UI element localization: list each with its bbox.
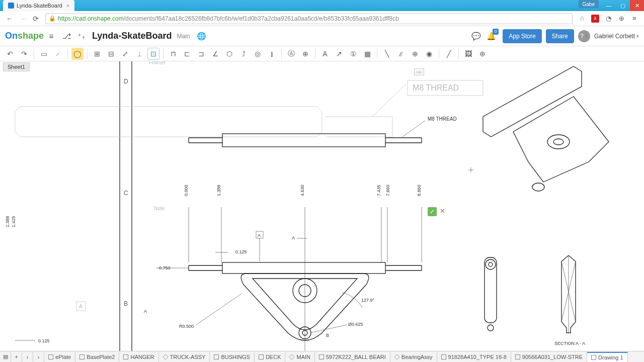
tab-91828a410-type-18-8[interactable]: 91828A410_TYPE 18-8 [437, 352, 511, 362]
window-controls: Gabe — ▢ ✕ [579, 0, 644, 11]
share-button[interactable]: Share [546, 29, 574, 43]
balloon-icon[interactable]: ① [347, 48, 359, 60]
svg-text:8.860: 8.860 [417, 185, 422, 196]
tab-list-icon[interactable]: ▤ [0, 352, 11, 362]
tab-bushings[interactable]: BUSHINGS [210, 352, 254, 362]
tab-drawing-1[interactable]: Drawing 1 [587, 352, 628, 362]
document-name[interactable]: Lynda-SkateBoard [92, 31, 172, 41]
assembly-icon [163, 354, 168, 359]
notifications-icon[interactable]: 🔔0 [486, 31, 497, 42]
tab-90566a031-low-stre[interactable]: 90566A031_LOW-STRE [511, 352, 587, 362]
tab-label: MAIN [296, 354, 310, 360]
redo-icon[interactable]: ↷ [18, 48, 30, 60]
window-close-icon[interactable]: ✕ [630, 0, 644, 11]
sheet-icon[interactable]: ▭ [38, 48, 50, 60]
tab-eplate[interactable]: ePlate [44, 352, 75, 362]
maximize-icon[interactable]: ▢ [616, 0, 630, 11]
part-icon [515, 354, 520, 359]
branch-name[interactable]: Main [177, 33, 190, 40]
appstore-button[interactable]: App Store [503, 29, 541, 43]
svg-text:1.388: 1.388 [5, 216, 10, 227]
highlight-icon[interactable]: ◯ [71, 48, 84, 60]
leader-icon[interactable]: ↗ [333, 48, 345, 60]
dim-rad-icon[interactable]: ⤴ [237, 48, 250, 60]
comments-icon[interactable]: 💬 [470, 31, 481, 42]
symbol-icon[interactable]: ⊛ [476, 48, 489, 60]
dim3-icon[interactable]: ⊐ [195, 48, 207, 60]
svg-text:C: C [124, 190, 128, 197]
table-icon[interactable]: ▦ [361, 48, 373, 60]
tab-label: Drawing 1 [598, 354, 623, 360]
pdf-ext-icon[interactable]: λ [590, 14, 600, 24]
nav-forward-icon[interactable]: → [17, 13, 28, 24]
target-icon[interactable]: ◉ [423, 48, 435, 60]
svg-text:0.125: 0.125 [235, 249, 247, 254]
tab-baseplate2[interactable]: BasePlate2 [75, 352, 119, 362]
onshape-logo[interactable]: Onshape [5, 31, 44, 41]
ext1-icon[interactable]: ◔ [603, 14, 613, 24]
svg-text:SECTION A - A: SECTION A - A [554, 341, 585, 346]
line-icon[interactable]: ╲ [381, 48, 393, 60]
view2-icon[interactable]: ⊟ [105, 48, 117, 60]
centermark-icon[interactable]: ⊕ [409, 48, 421, 60]
tab-next-icon[interactable]: › [33, 352, 44, 362]
nav-back-icon[interactable]: ← [4, 13, 15, 24]
gtol-icon[interactable]: ⊕ [299, 48, 311, 60]
tab-bearingassy[interactable]: BearingAssy [390, 352, 437, 362]
tab-label: TRUCK-ASSY [170, 354, 206, 360]
centerline-icon[interactable]: ⫽ [395, 48, 407, 60]
svg-point-65 [553, 139, 564, 145]
tab-main[interactable]: MAIN [285, 352, 315, 362]
chrome-user-chip[interactable]: Gabe [579, 0, 599, 8]
dim-angle-icon[interactable]: ∠ [209, 48, 221, 60]
doc-menu-icon[interactable]: ≡ [46, 31, 57, 42]
drawing-canvas[interactable]: Sheet1 <a> ✓ ✕ D C B FINISH M8 THREAD M8… [0, 61, 644, 351]
tab-hanger[interactable]: HANGER [119, 352, 158, 362]
tab-label: BUSHINGS [221, 354, 250, 360]
tab-add-icon[interactable]: ＋ [11, 352, 22, 362]
assembly-icon [289, 354, 295, 359]
dim-chain-icon[interactable]: ⫿ [266, 48, 278, 60]
undo-icon[interactable]: ↶ [4, 48, 16, 60]
tab-prev-icon[interactable]: ‹ [22, 352, 33, 362]
image-icon[interactable]: 🖼 [462, 48, 474, 60]
dim-ord-icon[interactable]: ◎ [252, 48, 264, 60]
tab-truck-assy[interactable]: TRUCK-ASSY [159, 352, 210, 362]
view4-icon[interactable]: ⟂ [133, 48, 145, 60]
user-menu[interactable]: Gabriel Corbett▾ [594, 33, 639, 40]
tab-label: 90566A031_LOW-STRE [522, 354, 583, 360]
address-bar[interactable]: 🔒 https:// cad.onshape.com /documents/f6… [45, 13, 573, 24]
ext2-icon[interactable]: ⊕ [616, 14, 626, 24]
tab-label: BasePlate2 [87, 354, 115, 360]
insert-icon[interactable]: ⁺₊ [76, 31, 87, 42]
note-text-icon[interactable]: A [319, 48, 331, 60]
view3-icon[interactable]: ⤢ [119, 48, 131, 60]
browser-titlebar: Lynda-SkateBoard × Gabe — ▢ ✕ [0, 0, 644, 11]
menu-icon[interactable]: ≡ [629, 14, 639, 24]
datum-feature-icon[interactable]: Ⓐ [285, 48, 297, 60]
tab-5972k222-ball-beari[interactable]: 5972K222_BALL BEARI [315, 352, 390, 362]
star-icon[interactable]: ☆ [577, 14, 587, 24]
version-graph-icon[interactable]: ⎇ [61, 31, 72, 42]
dim-dia-icon[interactable]: ⬡ [223, 48, 235, 60]
app-header: Onshape ≡ ⎇ ⁺₊ Lynda-SkateBoard Main 🌐 💬… [0, 26, 644, 46]
minimize-icon[interactable]: — [602, 0, 616, 11]
svg-text:FINISH: FINISH [149, 61, 166, 65]
section-view-icon[interactable]: ⊡ [147, 48, 159, 60]
dim2-icon[interactable]: ⊏ [181, 48, 193, 60]
dim1-icon[interactable]: ⊓ [167, 48, 179, 60]
tab-close-icon[interactable]: × [66, 3, 69, 9]
view1-icon[interactable]: ⊞ [91, 48, 103, 60]
svg-point-70 [488, 325, 494, 331]
svg-text:B: B [326, 333, 329, 338]
svg-text:Ø0.625: Ø0.625 [348, 322, 363, 327]
browser-tab[interactable]: Lynda-SkateBoard × [3, 0, 74, 11]
svg-text:0.125: 0.125 [38, 338, 50, 343]
tab-deck[interactable]: DECK [255, 352, 286, 362]
edge-icon[interactable]: ╱ [443, 48, 455, 60]
tab-label: DECK [266, 354, 281, 360]
measure-icon[interactable]: ⟋ [52, 48, 64, 60]
nav-reload-icon[interactable]: ⟳ [30, 13, 41, 24]
globe-icon[interactable]: 🌐 [196, 31, 207, 42]
help-icon[interactable]: ?▾ [578, 30, 590, 42]
